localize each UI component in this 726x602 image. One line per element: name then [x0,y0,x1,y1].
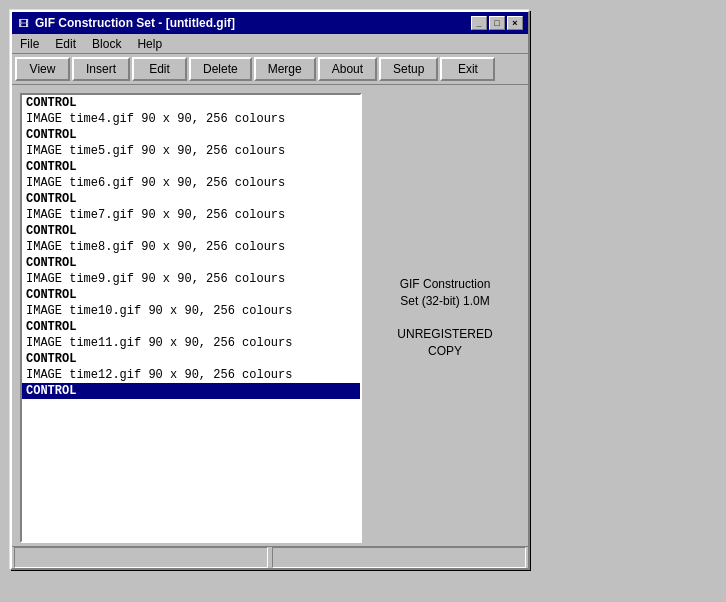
list-item[interactable]: CONTROL [22,223,360,239]
list-item[interactable]: CONTROL [22,287,360,303]
list-item[interactable]: CONTROL [22,255,360,271]
restore-button[interactable]: □ [489,16,505,30]
list-item[interactable]: CONTROL [22,351,360,367]
list-item[interactable]: CONTROL [22,319,360,335]
list-item[interactable]: IMAGE time10.gif 90 x 90, 256 colours [22,303,360,319]
close-button[interactable]: × [507,16,523,30]
list-item[interactable]: CONTROL [22,127,360,143]
view-button[interactable]: View [15,57,70,81]
about-button[interactable]: About [318,57,377,81]
exit-button[interactable]: Exit [440,57,495,81]
list-item[interactable]: IMAGE time7.gif 90 x 90, 256 colours [22,207,360,223]
delete-button[interactable]: Delete [189,57,252,81]
list-item[interactable]: IMAGE time8.gif 90 x 90, 256 colours [22,239,360,255]
menu-file[interactable]: File [16,36,43,52]
menu-block[interactable]: Block [88,36,125,52]
right-panel: GIF Construction Set (32-bit) 1.0M UNREG… [370,93,520,543]
status-right [272,547,526,568]
list-item[interactable]: IMAGE time6.gif 90 x 90, 256 colours [22,175,360,191]
gif-list[interactable]: CONTROLIMAGE time4.gif 90 x 90, 256 colo… [22,95,360,541]
insert-button[interactable]: Insert [72,57,130,81]
minimize-button[interactable]: _ [471,16,487,30]
window-controls: _ □ × [471,16,523,30]
list-item[interactable]: IMAGE time9.gif 90 x 90, 256 colours [22,271,360,287]
menu-help[interactable]: Help [133,36,166,52]
main-content: CONTROLIMAGE time4.gif 90 x 90, 256 colo… [12,85,528,551]
list-item[interactable]: CONTROL [22,95,360,111]
window-title: GIF Construction Set - [untitled.gif] [35,16,235,30]
merge-button[interactable]: Merge [254,57,316,81]
title-bar-left: 🎞 GIF Construction Set - [untitled.gif] [17,16,235,30]
list-item[interactable]: IMAGE time4.gif 90 x 90, 256 colours [22,111,360,127]
list-item[interactable]: CONTROL [22,159,360,175]
status-bar [12,546,528,568]
toolbar: View Insert Edit Delete Merge About Setu… [12,54,528,85]
app-info: GIF Construction Set (32-bit) 1.0M UNREG… [397,276,492,360]
list-panel: CONTROLIMAGE time4.gif 90 x 90, 256 colo… [20,93,362,543]
menu-bar: File Edit Block Help [12,34,528,54]
list-item[interactable]: IMAGE time11.gif 90 x 90, 256 colours [22,335,360,351]
menu-edit[interactable]: Edit [51,36,80,52]
edit-button[interactable]: Edit [132,57,187,81]
setup-button[interactable]: Setup [379,57,438,81]
list-item[interactable]: IMAGE time12.gif 90 x 90, 256 colours [22,367,360,383]
list-item[interactable]: CONTROL [22,191,360,207]
status-left [14,547,268,568]
app-icon: 🎞 [17,16,31,30]
title-bar: 🎞 GIF Construction Set - [untitled.gif] … [12,12,528,34]
main-window: 🎞 GIF Construction Set - [untitled.gif] … [10,10,530,570]
list-item[interactable]: CONTROL [22,383,360,399]
list-item[interactable]: IMAGE time5.gif 90 x 90, 256 colours [22,143,360,159]
